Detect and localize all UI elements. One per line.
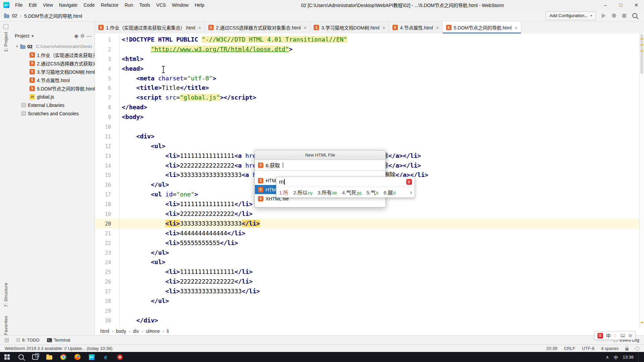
code-line-5[interactable]: 5 <meta charset="utf-8"> [95, 74, 639, 83]
stop-button[interactable] [622, 14, 626, 18]
ime-candidate-3[interactable]: 3.所有de [318, 189, 337, 196]
ime-next-page-icon[interactable]: › [410, 189, 412, 195]
terminal-tool-button[interactable]: Terminal [47, 338, 70, 343]
firefox-button[interactable] [70, 352, 85, 362]
tab-2[interactable]: 52.通过CSS选择器方式获取对象集合.html× [205, 21, 311, 34]
sogou-logo-icon[interactable]: S [597, 333, 603, 339]
code-line-27[interactable]: 27 <li>33333333333333333</li> [95, 287, 639, 296]
project-node-2[interactable]: Scratches and Consoles [11, 109, 95, 118]
code-line-9[interactable]: 9<body> [95, 112, 639, 122]
close-button[interactable]: × [629, 0, 644, 10]
caret-position[interactable]: 20:39 [546, 346, 557, 351]
code-line-4[interactable]: 4<head> [95, 64, 639, 74]
code-line-6[interactable]: 6 <title>Title</title> [95, 83, 639, 93]
breadcrumb-item[interactable]: body [116, 328, 126, 334]
code-line-24[interactable]: 24 <ul> [95, 257, 639, 267]
code-line-25[interactable]: 25 <li>111111111111111</li> [95, 267, 639, 277]
code-line-30[interactable]: 30 </div> [95, 316, 639, 325]
code-line-29[interactable]: 29 [95, 306, 639, 316]
status-message[interactable]: WebStorm 2019.3.3 available: // Update..… [5, 346, 112, 351]
start-button[interactable] [0, 352, 14, 362]
breadcrumb-item[interactable]: div [133, 328, 139, 334]
close-icon[interactable]: × [436, 25, 439, 31]
breadcrumb-item[interactable]: ul#one [146, 328, 160, 334]
project-file-5[interactable]: 55.DOM节点之间的导航.html [11, 84, 95, 93]
ime-candidate-4[interactable]: 4.气死gq [342, 189, 362, 196]
minimize-button[interactable]: – [598, 0, 613, 10]
tab-3[interactable]: 53.学习猿地文档DOM树.html× [310, 21, 389, 34]
ime-candidate-5[interactable]: 5.气b [367, 189, 379, 196]
code-line-1[interactable]: 1<!DOCTYPE HTML PUBLIC "-//W3C//DTD HTML… [95, 35, 639, 45]
tool-window-switcher-icon[interactable] [5, 338, 9, 342]
show-desktop-button[interactable] [638, 352, 641, 362]
ime-mode-indicator[interactable]: 中 [606, 332, 611, 339]
project-tool-icon[interactable] [3, 24, 8, 29]
app-button[interactable] [113, 352, 127, 362]
hide-panel-icon[interactable]: — [87, 33, 91, 39]
close-icon[interactable]: × [304, 25, 307, 31]
project-file-1[interactable]: 51.作业（实现通过类名获取元素集合）.html [11, 51, 95, 59]
code-line-20[interactable]: 20 <li>33333333333333333</li> [95, 219, 639, 229]
close-icon[interactable]: × [515, 25, 518, 31]
locate-icon[interactable]: ◉ [74, 33, 78, 39]
menu-navigate[interactable]: Navigate [56, 0, 80, 10]
hector-inspections-icon[interactable] [635, 347, 639, 351]
code-line-26[interactable]: 26 <li>222222222222222</li> [95, 277, 639, 287]
project-file-3[interactable]: 53.学习猿地文档DOM树.html [11, 67, 95, 76]
tab-4[interactable]: 54.节点属性.html× [389, 21, 443, 34]
indent-size[interactable]: 4 spaces [601, 346, 619, 351]
chevron-down-icon[interactable]: ▾ [32, 33, 34, 39]
ime-candidate-1[interactable]: 1.所 [279, 189, 288, 196]
tab-1[interactable]: 51.作业（实现通过类名获取元素集合）.html× [95, 21, 205, 34]
taskbar-search-button[interactable] [14, 352, 28, 362]
code-line-22[interactable]: 22 <li>55555555555</li> [95, 238, 639, 248]
file-explorer-button[interactable] [42, 352, 56, 362]
code-line-2[interactable]: 2 "http://www.w3.org/TR/html4/loose.dtd"… [95, 45, 639, 54]
tab-5[interactable]: 55.DOM节点之间的导航.html× [443, 21, 521, 34]
code-line-8[interactable]: 8</head> [95, 103, 639, 112]
add-configuration-button[interactable]: Add Configuration... ▾ [546, 11, 596, 20]
ime-candidate-6[interactable]: 6.据d [384, 189, 396, 196]
menu-file[interactable]: File [12, 0, 26, 10]
code-line-12[interactable]: 12 <ul> [95, 141, 639, 151]
nav-folder[interactable]: 02 [12, 13, 17, 18]
code-line-28[interactable]: 28 </ul> [95, 296, 639, 306]
project-file-2[interactable]: 52.通过CSS选择器方式获取对象集合.html [11, 59, 95, 67]
project-file-6[interactable]: JSglobal.js [11, 93, 95, 101]
ime-settings-icon[interactable]: ⚙ [628, 333, 632, 338]
code-line-3[interactable]: 3<html> [95, 54, 639, 64]
run-button[interactable] [602, 13, 606, 18]
menu-edit[interactable]: Edit [26, 0, 40, 10]
menu-tools[interactable]: Tools [136, 0, 153, 10]
ime-candidate-2[interactable]: 2.所以ny [293, 189, 313, 196]
menu-window[interactable]: Window [169, 0, 192, 10]
scrollbar-thumb[interactable] [640, 34, 643, 74]
code-line-23[interactable]: 23 </ul> [95, 248, 639, 258]
tool-button-structure[interactable]: 7: Structure [3, 283, 8, 307]
close-icon[interactable]: × [198, 25, 201, 31]
code-line-19[interactable]: 19 <li>222222222222222</li> [95, 209, 639, 219]
debug-button[interactable] [612, 13, 616, 18]
file-encoding[interactable]: UTF-8 [582, 346, 594, 351]
tray-clock[interactable]: 13:36 [623, 355, 634, 360]
task-view-button[interactable] [28, 352, 42, 362]
gear-icon[interactable]: ⚙ [80, 33, 85, 39]
menu-help[interactable]: Help [192, 0, 207, 10]
menu-view[interactable]: View [40, 0, 56, 10]
todo-tool-button[interactable]: 6: TODO [16, 338, 40, 343]
project-file-4[interactable]: 54.节点属性.html [11, 76, 95, 84]
tray-expand-icon[interactable]: ∧ [606, 355, 609, 360]
tray-ime-indicator[interactable]: 中 [613, 354, 618, 360]
project-node-1[interactable]: External Libraries [11, 101, 95, 109]
code-line-11[interactable]: 11 <div> [95, 132, 639, 141]
menu-refactor[interactable]: Refactor [98, 0, 122, 10]
code-line-7[interactable]: 7 <script src="global.js"></script> [95, 93, 639, 103]
filename-input[interactable]: 5 6.获取 [255, 160, 385, 171]
code-line-21[interactable]: 21 <li>4444444444444</li> [95, 229, 639, 238]
search-everywhere-icon[interactable] [632, 13, 637, 18]
menu-run[interactable]: Run [121, 0, 136, 10]
line-separator[interactable]: CRLF [564, 346, 575, 351]
webstorm-button[interactable]: WS [85, 352, 99, 362]
tool-button-project[interactable]: 1: Project [3, 32, 8, 52]
ime-language-bar[interactable]: S 中 ☾ ⚙ [594, 331, 635, 340]
